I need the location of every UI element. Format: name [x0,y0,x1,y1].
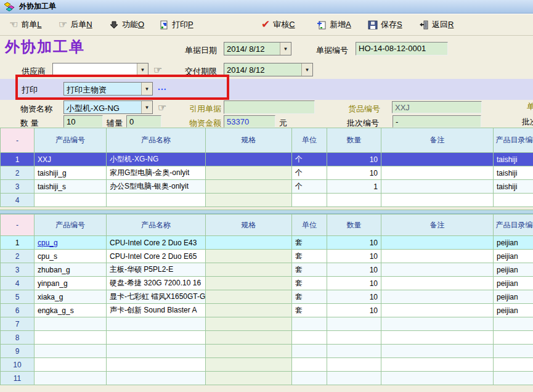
catalog-code-cell[interactable]: peijian [494,290,533,304]
unit-cell[interactable] [292,372,327,385]
print-more-button[interactable]: ... [158,82,167,92]
product-name-cell[interactable] [107,317,206,331]
prev-doc-button[interactable]: ☜ 前单L [9,18,42,31]
quantity-cell[interactable]: 10 [327,277,381,290]
product-name-cell[interactable]: 显卡-七彩虹 镭风X1650GT-G [107,290,206,304]
dropdown-arrow-icon[interactable]: ▼ [280,43,291,55]
unit-cell[interactable]: 套 [292,290,327,304]
catalog-code-cell[interactable]: taishiji [494,153,533,166]
catalog-code-cell[interactable]: peijian [494,263,533,277]
unit-cell[interactable]: 个 [292,153,327,166]
product-name-cell[interactable]: 办公S型电脑-银奥-onlyit [107,180,206,194]
quantity-cell[interactable] [327,317,381,331]
table-row[interactable]: 11 [1,372,533,385]
note-cell[interactable] [381,153,494,166]
table-row[interactable]: 6engka_g_s声卡-创新 Sound Blaster A套10peijia… [1,304,533,317]
catalog-code-cell[interactable]: peijian [494,236,533,250]
catalog-code-cell[interactable]: taishiji [494,180,533,194]
catalog-code-cell[interactable]: peijian [494,277,533,290]
supplier-combo[interactable]: ▼ [52,63,149,76]
catalog-code-cell[interactable] [494,317,533,331]
product-code-cell[interactable] [35,331,107,345]
row-number-cell[interactable]: 1 [1,236,35,250]
product-code-cell[interactable] [35,317,107,331]
quantity-cell[interactable]: 1 [327,180,381,194]
row-number-cell[interactable]: 4 [1,277,35,290]
table-row[interactable]: 2taishiji_g家用G型电脑-金奥-onlyit个10taishiji [1,166,533,180]
unit-cell[interactable] [292,358,327,372]
aux-qty-field[interactable]: 0 [126,115,161,128]
spec-cell[interactable] [206,358,292,372]
quantity-cell[interactable] [327,331,381,345]
product-name-cell[interactable] [107,372,206,385]
spec-cell[interactable] [206,180,292,194]
table-row[interactable]: 7 [1,317,533,331]
note-cell[interactable] [381,166,494,180]
product-name-cell[interactable] [107,194,206,207]
note-cell[interactable] [381,372,494,385]
product-code-cell[interactable]: xiaka_g [35,290,107,304]
row-number-cell[interactable]: 6 [1,304,35,317]
dropdown-arrow-icon[interactable]: ▼ [141,101,152,113]
unit-cell[interactable]: 套 [292,304,327,317]
catalog-code-cell[interactable] [494,194,533,207]
ref-doc-field[interactable] [224,100,315,114]
note-cell[interactable] [381,317,494,331]
catalog-code-cell[interactable]: peijian [494,304,533,317]
note-cell[interactable] [381,180,494,194]
product-name-cell[interactable]: 小型机-XG-NG [107,153,206,166]
table-row[interactable]: 10 [1,358,533,372]
product-name-cell[interactable]: 硬盘-希捷 320G 7200.10 16 [107,277,206,290]
product-name-cell[interactable]: 声卡-创新 Sound Blaster A [107,304,206,317]
quantity-cell[interactable]: 10 [327,166,381,180]
save-button[interactable]: 保存S [368,18,402,31]
quantity-cell[interactable] [327,345,381,358]
note-cell[interactable] [381,331,494,345]
quantity-cell[interactable]: 10 [327,153,381,166]
row-number-cell[interactable]: 3 [1,263,35,277]
table-row[interactable]: 4 [1,194,533,207]
print-mode-combo[interactable]: 打印主物资 ▼ [63,82,153,96]
collapse-button[interactable]: - [1,214,35,236]
catalog-code-cell[interactable] [494,358,533,372]
quantity-cell[interactable] [327,194,381,207]
dropdown-arrow-icon[interactable]: ▼ [137,63,148,76]
return-button[interactable]: 返回R [419,18,454,31]
product-name-cell[interactable] [107,358,206,372]
spec-cell[interactable] [206,194,292,207]
row-number-cell[interactable]: 2 [1,250,35,263]
note-cell[interactable] [381,290,494,304]
table-row[interactable]: 2cpu_sCPU-Intel Core 2 Duo E65套10peijian [1,250,533,263]
supplier-lookup-hand-icon[interactable]: ☞ [153,64,162,76]
product-code-cell[interactable] [35,194,107,207]
row-number-cell[interactable]: 11 [1,372,35,385]
dropdown-arrow-icon[interactable]: ▼ [141,83,152,95]
product-code-cell[interactable]: cpu_g [35,236,107,250]
product-name-cell[interactable]: 家用G型电脑-金奥-onlyit [107,166,206,180]
spec-cell[interactable] [206,345,292,358]
product-code-cell[interactable]: cpu_s [35,250,107,263]
product-name-cell[interactable]: CPU-Intel Core 2 Duo E43 [107,236,206,250]
product-name-cell[interactable] [107,345,206,358]
catalog-code-cell[interactable] [494,372,533,385]
spec-cell[interactable] [206,304,292,317]
row-number-cell[interactable]: 8 [1,331,35,345]
add-new-button[interactable]: 新增A [317,18,351,31]
goods-code-field[interactable]: XXJ [392,101,482,113]
quantity-cell[interactable]: 10 [327,304,381,317]
spec-cell[interactable] [206,153,292,166]
dropdown-arrow-icon[interactable]: ▼ [301,63,312,76]
catalog-code-cell[interactable] [494,345,533,358]
product-code-cell[interactable]: engka_g_s [35,304,107,317]
row-number-cell[interactable]: 3 [1,180,35,194]
spec-cell[interactable] [206,290,292,304]
spec-cell[interactable] [206,263,292,277]
product-code-cell[interactable]: taishiji_s [35,180,107,194]
audit-button[interactable]: ✔ 审核C [261,18,295,31]
row-number-cell[interactable]: 2 [1,166,35,180]
next-doc-button[interactable]: ☞ 后单N [59,18,92,31]
quantity-cell[interactable]: 10 [327,250,381,263]
note-cell[interactable] [381,263,494,277]
product-code-cell[interactable]: taishiji_g [35,166,107,180]
unit-cell[interactable] [292,345,327,358]
